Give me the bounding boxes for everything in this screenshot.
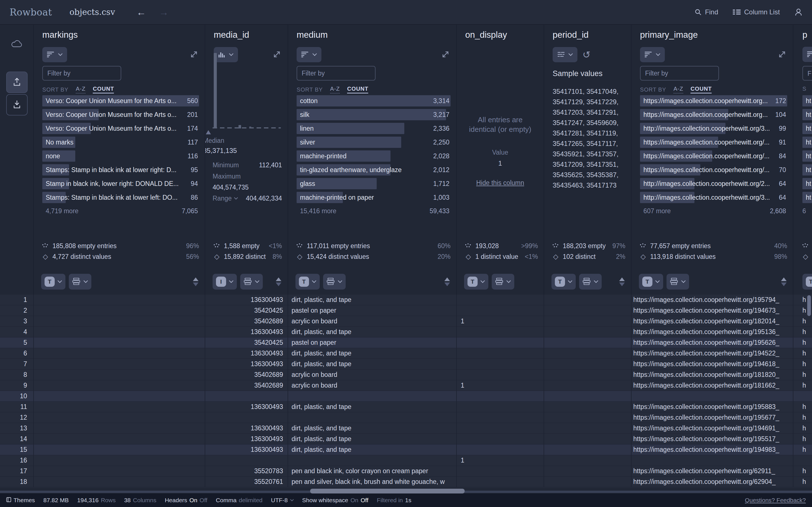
cell-next-column[interactable]: h: [794, 434, 812, 444]
row-display-dropdown[interactable]: [240, 274, 263, 290]
cell-markings[interactable]: [34, 348, 205, 358]
headers-on-option[interactable]: On: [190, 497, 197, 504]
value-list-item[interactable]: http://images.collection.cooperhewitt.or…: [640, 178, 787, 189]
view-mode-dropdown[interactable]: [802, 47, 812, 62]
table-row[interactable]: 1136300493dirt, plastic, and tapehttps:/…: [0, 295, 812, 305]
table-row[interactable]: 13136300493dirt, plastic, and tapehttps:…: [0, 423, 812, 434]
cell-media-id[interactable]: 35402689: [205, 316, 288, 327]
column-type-dropdown[interactable]: I: [213, 274, 237, 290]
cell-markings[interactable]: [34, 370, 205, 380]
whitespace-toggle[interactable]: Show whitespace On Off: [302, 497, 368, 504]
cell-media-id[interactable]: [205, 391, 288, 401]
value-list-item[interactable]: ht: [802, 192, 812, 203]
cell-on-display[interactable]: [457, 434, 544, 444]
find-button[interactable]: Find: [695, 8, 718, 16]
value-list-item[interactable]: http://images.collection.cooperhewitt.or…: [640, 123, 787, 134]
back-button[interactable]: ←: [137, 7, 146, 18]
cell-media-id[interactable]: [205, 412, 288, 423]
value-list-item[interactable]: ht: [802, 178, 812, 189]
headers-toggle[interactable]: Headers On Off: [165, 497, 207, 504]
cell-medium[interactable]: dirt, plastic, and tape: [288, 445, 457, 455]
value-list-item[interactable]: ht: [802, 109, 812, 120]
cell-on-display[interactable]: [457, 391, 544, 401]
cell-medium[interactable]: pen and black ink, color crayon on cream…: [288, 466, 457, 476]
value-list-item[interactable]: ht: [802, 136, 812, 148]
value-list-item[interactable]: ht: [802, 151, 812, 162]
sort-az-option[interactable]: A-Z: [76, 86, 86, 94]
value-list-item[interactable]: silk3,217: [297, 109, 451, 120]
cell-media-id[interactable]: 136300493: [205, 402, 288, 412]
encoding-dropdown[interactable]: UTF-8: [271, 497, 294, 504]
cell-medium[interactable]: pastel on paper: [288, 337, 457, 348]
cell-on-display[interactable]: [457, 370, 544, 380]
cell-markings[interactable]: [34, 412, 205, 423]
table-row[interactable]: 15136300493dirt, plastic, and tapehttps:…: [0, 445, 812, 455]
table-row[interactable]: 1835520761pen and silver, black ink, bru…: [0, 476, 812, 487]
cell-period-id[interactable]: [544, 466, 631, 476]
cell-medium[interactable]: dirt, plastic, and tape: [288, 402, 457, 412]
cell-markings[interactable]: [34, 316, 205, 327]
cell-medium[interactable]: [288, 391, 457, 401]
cell-medium[interactable]: dirt, plastic, and tape: [288, 359, 457, 369]
cell-on-display[interactable]: [457, 402, 544, 412]
refresh-samples-button[interactable]: ↺: [582, 50, 591, 59]
more-values-row[interactable]: 4,719 more 7,065: [46, 207, 198, 215]
row-display-dropdown[interactable]: [492, 274, 514, 290]
value-list-item[interactable]: http://images.collection.cooperhewitt.or…: [640, 192, 787, 203]
cell-next-column[interactable]: h: [794, 445, 812, 455]
cell-next-column[interactable]: h: [794, 423, 812, 434]
cell-on-display[interactable]: [457, 337, 544, 348]
view-mode-dropdown[interactable]: [42, 47, 67, 62]
value-list-item[interactable]: Verso: Cooper Union Museum for the Arts …: [42, 95, 199, 107]
value-list-item[interactable]: https://images.collection.cooperhewitt.o…: [640, 109, 787, 120]
cell-primary-image[interactable]: https://images.collection.cooperhewitt.o…: [631, 476, 794, 487]
cell-period-id[interactable]: [544, 316, 631, 327]
cell-on-display[interactable]: 1: [457, 316, 544, 327]
cell-on-display[interactable]: 1: [457, 380, 544, 391]
value-list-item[interactable]: ht: [802, 123, 812, 134]
cell-markings[interactable]: [34, 445, 205, 455]
sort-count-option[interactable]: COUNT: [347, 86, 368, 94]
cell-media-id[interactable]: 136300493: [205, 359, 288, 369]
cell-medium[interactable]: acrylic on board: [288, 316, 457, 327]
cell-period-id[interactable]: [544, 305, 631, 316]
cell-next-column[interactable]: h: [794, 402, 812, 412]
cell-medium[interactable]: dirt, plastic, and tape: [288, 348, 457, 358]
row-display-dropdown[interactable]: [666, 274, 689, 290]
feedback-link[interactable]: Questions? Feedback?: [745, 497, 806, 504]
cell-medium[interactable]: acrylic on board: [288, 370, 457, 380]
expand-column-button[interactable]: [190, 50, 199, 60]
cell-primary-image[interactable]: https://images.collection.cooperhewitt.o…: [631, 412, 794, 423]
cell-on-display[interactable]: [457, 445, 544, 455]
column-type-dropdown[interactable]: T: [639, 274, 663, 290]
delimiter-setting[interactable]: Commadelimited: [216, 497, 262, 504]
value-list-item[interactable]: glass1,712: [297, 178, 451, 189]
cell-period-id[interactable]: [544, 412, 631, 423]
cell-on-display[interactable]: [457, 423, 544, 434]
scrollbar-thumb[interactable]: [310, 489, 465, 494]
themes-button[interactable]: Themes: [6, 497, 35, 504]
sort-az-option[interactable]: A-Z: [330, 86, 340, 94]
sort-count-option[interactable]: COUNT: [93, 86, 114, 94]
vertical-scrollbar[interactable]: [807, 295, 811, 316]
cell-period-id[interactable]: [544, 348, 631, 358]
value-list-item[interactable]: Verso: Cooper Union Museum for the Arts …: [42, 109, 199, 120]
value-list-item[interactable]: none116: [42, 151, 199, 162]
value-list-item[interactable]: https://images.collection.cooperhewitt.o…: [640, 136, 787, 148]
row-display-dropdown[interactable]: [323, 274, 346, 290]
upload-column-set-button[interactable]: [6, 71, 28, 93]
cell-markings[interactable]: [34, 476, 205, 487]
cell-on-display[interactable]: [457, 295, 544, 305]
cell-primary-image[interactable]: https://images.collection.cooperhewitt.o…: [631, 337, 794, 348]
table-row[interactable]: 4136300493dirt, plastic, and tapehttps:/…: [0, 327, 812, 337]
cell-media-id[interactable]: [205, 455, 288, 466]
table-row[interactable]: 1735520783pen and black ink, color crayo…: [0, 466, 812, 476]
range-row[interactable]: Range 404,462,334: [213, 193, 282, 204]
cell-medium[interactable]: [288, 455, 457, 466]
cell-primary-image[interactable]: https://images.collection.cooperhewitt.o…: [631, 402, 794, 412]
value-list-item[interactable]: Verso: Cooper Union Museum for the Arts …: [42, 123, 199, 134]
cell-period-id[interactable]: [544, 455, 631, 466]
value-list-item[interactable]: Stamp in black ink, lower right: DONALD …: [42, 178, 199, 189]
cell-next-column[interactable]: h: [794, 348, 812, 358]
cell-primary-image[interactable]: [631, 391, 794, 401]
